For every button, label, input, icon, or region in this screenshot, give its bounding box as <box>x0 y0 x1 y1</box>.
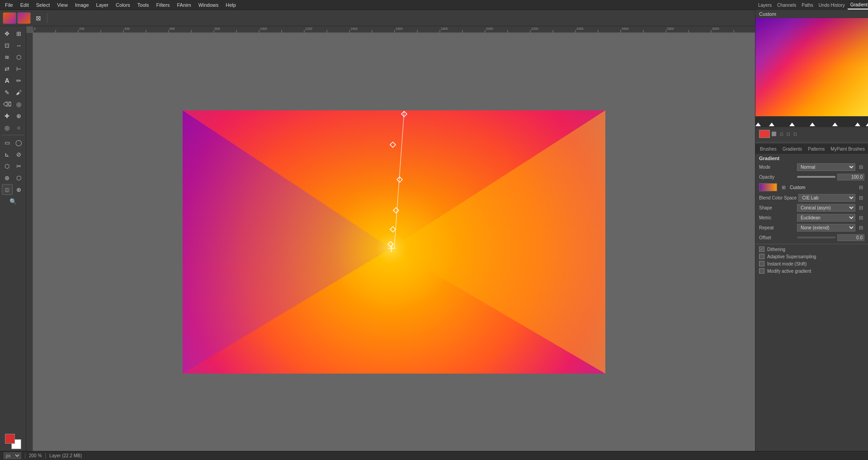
modify-checkbox[interactable] <box>759 268 764 274</box>
repeat-row: Repeat None (extend) Sawtooth wave Trian… <box>755 223 868 232</box>
tab-gradients[interactable]: Gradients <box>780 146 805 152</box>
unit-select[interactable]: px cm mm <box>4 452 21 459</box>
transform-tool[interactable]: ↔ <box>14 40 24 51</box>
gradient-tool[interactable]: ◫ <box>2 184 13 195</box>
foreground-color-swatch[interactable] <box>3 12 16 24</box>
opacity-slider[interactable] <box>797 176 835 178</box>
instant-checkbox[interactable] <box>759 261 764 266</box>
metric-select[interactable]: Euclidean Manhattan Chebyshev <box>797 214 855 222</box>
menu-image[interactable]: Image <box>72 1 92 9</box>
menu-help[interactable]: Help <box>222 1 239 9</box>
gradient-sample[interactable] <box>759 183 777 191</box>
move-tool[interactable]: ✥ <box>2 28 13 39</box>
tab-patterns[interactable]: Patterns <box>805 146 827 152</box>
separator-1 <box>755 142 868 142</box>
select-by-color-tool[interactable]: ⬡ <box>2 161 13 171</box>
tab-channels[interactable]: Channels <box>774 1 799 9</box>
grad-stop-0[interactable] <box>755 123 761 126</box>
menu-edit[interactable]: Edit <box>17 1 32 9</box>
zoom-level: 200 % <box>29 453 42 458</box>
gradient-canvas[interactable] <box>183 110 605 374</box>
gradient-edit-icon[interactable]: ⊞ <box>780 184 787 191</box>
path-tool[interactable]: ✏ <box>14 75 24 86</box>
blend-color-extra-btn[interactable]: ⊟ <box>857 194 864 201</box>
grad-stop-6[interactable] <box>866 123 868 126</box>
shape-row: Shape Conical (asym) Linear Radial Squar… <box>755 203 868 213</box>
menu-layer[interactable]: Layer <box>93 1 112 9</box>
gradient-row: ⊞ Custom ⊟ <box>755 182 868 193</box>
modify-label: Modify active gradient <box>767 269 811 274</box>
grad-stop-4[interactable] <box>832 123 838 126</box>
3d-transform-tool[interactable]: ⬡ <box>14 52 24 62</box>
pencil-tool[interactable]: ✎ <box>2 87 13 98</box>
menu-view[interactable]: View <box>54 1 71 9</box>
menu-colors[interactable]: Colors <box>113 1 133 9</box>
ellipse-select-tool[interactable]: ◯ <box>14 137 24 148</box>
foreground-select-tool[interactable]: ⊛ <box>2 172 13 183</box>
airbrush-tool[interactable]: ◎ <box>14 99 24 109</box>
bucket-fill-tool[interactable]: ⬡ <box>14 172 24 183</box>
gradient-preview[interactable] <box>755 18 868 116</box>
tab-gradient-editor[interactable]: Gradient Editor <box>848 1 868 9</box>
scissors-tool[interactable]: ✂ <box>14 161 24 171</box>
canvas-scroll[interactable] <box>33 33 755 451</box>
crop-tool[interactable]: ⊡ <box>2 40 13 51</box>
background-color-swatch[interactable] <box>17 12 31 24</box>
right-panel: Layers Channels Paths Undo History Gradi… <box>755 0 868 460</box>
metric-row: Metric Euclidean Manhattan Chebyshev ⊟ <box>755 213 868 223</box>
warp-tool[interactable]: ≋ <box>2 52 13 62</box>
blend-color-select[interactable]: CIE Lab RGB HSV <box>798 194 855 202</box>
menu-tools[interactable]: Tools <box>134 1 152 9</box>
menu-select[interactable]: Select <box>33 1 53 9</box>
grad-stop-1[interactable] <box>769 123 774 126</box>
align-tool[interactable]: ⊞ <box>14 28 24 39</box>
clone-tool[interactable]: ⊕ <box>14 110 24 121</box>
shape-select[interactable]: Conical (asym) Linear Radial Square Coni… <box>797 204 855 212</box>
tab-brushes[interactable]: Brushes <box>757 146 779 152</box>
tab-mypaint[interactable]: MyPaint Brushes <box>828 146 868 152</box>
text-tool[interactable]: A <box>2 75 13 86</box>
menu-windows[interactable]: Windows <box>195 1 222 9</box>
repeat-select[interactable]: None (extend) Sawtooth wave Triangular w… <box>797 224 855 232</box>
dodge-tool[interactable]: ○ <box>14 122 24 133</box>
mode-select[interactable]: Normal Dissolve Multiply <box>797 163 855 171</box>
heal-tool[interactable]: ✚ <box>2 110 13 121</box>
color-swatches <box>3 12 31 24</box>
gradient-stops-bar[interactable] <box>755 116 868 127</box>
rect-select-tool[interactable]: ▭ <box>2 137 13 148</box>
offset-input[interactable] <box>837 234 864 241</box>
metric-extra-btn[interactable]: ⊟ <box>857 214 864 221</box>
reset-colors-button[interactable]: ⊠ <box>33 13 43 23</box>
menu-filters[interactable]: Filters <box>153 1 173 9</box>
menu-fanim[interactable]: FAnim <box>174 1 194 9</box>
menu-file[interactable]: File <box>2 1 16 9</box>
grad-stop-3[interactable] <box>810 123 815 126</box>
grad-stop-2[interactable] <box>789 123 795 126</box>
gradient-menu-icon[interactable]: ⊟ <box>857 184 864 191</box>
mode-extra-btn[interactable]: ⊟ <box>857 163 864 171</box>
canvas-content <box>183 110 605 374</box>
shape-extra-btn[interactable]: ⊟ <box>857 204 864 211</box>
repeat-extra-btn[interactable]: ⊟ <box>857 224 864 231</box>
tab-undo-history[interactable]: Undo History <box>816 1 848 9</box>
measure-tool[interactable]: ⊢ <box>14 63 24 74</box>
eraser-tool[interactable]: ⌫ <box>2 99 13 109</box>
zoom-tool[interactable]: 🔍 <box>8 196 19 207</box>
tab-layers[interactable]: Layers <box>755 1 774 9</box>
canvas-area[interactable]: // rulers drawn via JS below 02004006008… <box>26 26 755 451</box>
adaptive-checkbox[interactable] <box>759 254 764 259</box>
offset-slider[interactable] <box>797 237 835 238</box>
opacity-input[interactable] <box>837 174 864 180</box>
foreground-swatch[interactable] <box>5 434 15 444</box>
flip-tool[interactable]: ⇄ <box>2 63 13 74</box>
stop-color-swatch[interactable] <box>759 130 770 138</box>
grad-stop-5[interactable] <box>855 123 860 126</box>
blur-tool[interactable]: ◎ <box>2 122 13 133</box>
free-select-tool[interactable]: ⊾ <box>2 149 13 160</box>
opacity-row: Opacity <box>755 172 868 182</box>
tab-paths[interactable]: Paths <box>799 1 816 9</box>
color-picker-tool[interactable]: ⊕ <box>14 184 24 195</box>
fuzzy-select-tool[interactable]: ⊘ <box>14 149 24 160</box>
paint-tool[interactable]: 🖌 <box>14 87 24 98</box>
dithering-checkbox[interactable] <box>759 247 764 252</box>
